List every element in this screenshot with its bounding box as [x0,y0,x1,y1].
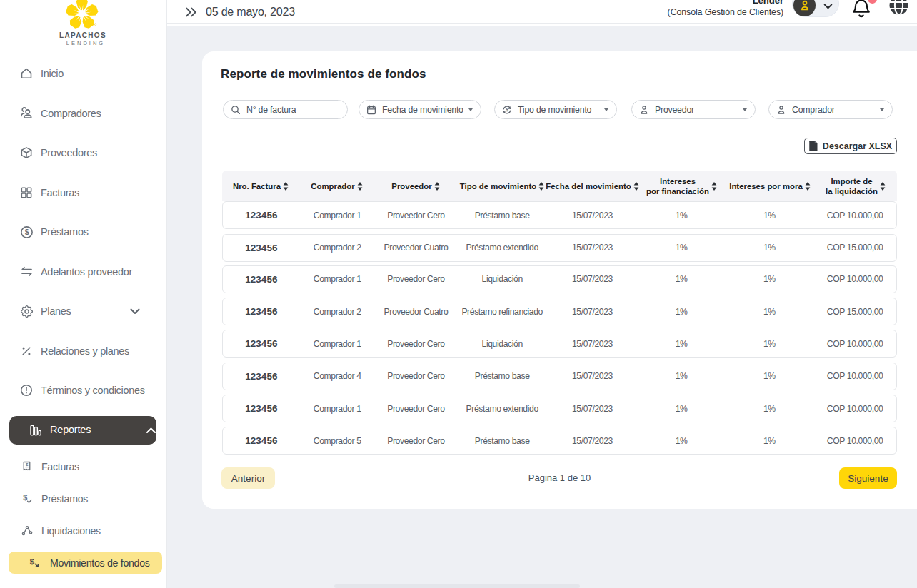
svg-text:$: $ [23,492,27,501]
svg-text:$: $ [30,557,35,565]
svg-text:$: $ [506,107,508,113]
svg-text:$: $ [25,228,29,236]
